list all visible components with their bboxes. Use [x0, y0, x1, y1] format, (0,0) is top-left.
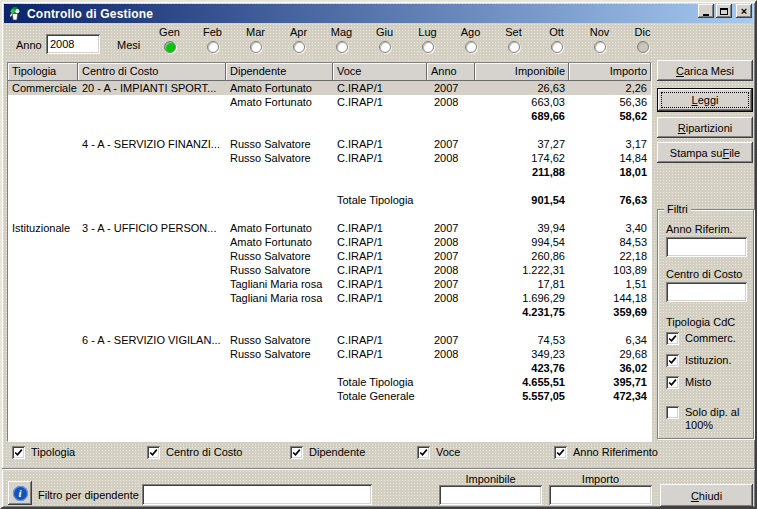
- cell-anno: 2008: [427, 263, 475, 277]
- cell-anno: 2008: [427, 235, 475, 249]
- checkbox-row-istituzion: Istituzion.: [666, 354, 749, 367]
- month-radio-nov[interactable]: [594, 41, 606, 53]
- cell-importo: 359,69: [569, 305, 651, 319]
- cell-voce: C.IRAP/1: [333, 249, 427, 263]
- table-row[interactable]: Russo SalvatoreC.IRAP/12007260,8622,18: [8, 249, 651, 263]
- centro-di-costo-filter-input[interactable]: [666, 282, 747, 302]
- cell-centro-di-costo: [78, 305, 226, 319]
- checkbox-voce[interactable]: [417, 446, 430, 459]
- table-row[interactable]: 4.231,75359,69: [8, 305, 651, 319]
- column-header-importo[interactable]: Importo: [569, 63, 651, 81]
- table-row[interactable]: Istituzionale3 - A - UFFICIO PERSON...Am…: [8, 221, 651, 235]
- checkbox-solo-dip-al-100[interactable]: [666, 406, 679, 419]
- cell-centro-di-costo: [78, 151, 226, 165]
- month-radio-ago[interactable]: [465, 41, 477, 53]
- month-radio-ott[interactable]: [551, 41, 563, 53]
- info-button[interactable]: i: [8, 481, 32, 505]
- table-row[interactable]: Russo SalvatoreC.IRAP/12008349,2329,68: [8, 347, 651, 361]
- app-icon: [7, 6, 23, 21]
- carica-mesi-button[interactable]: Carica Mesi: [657, 60, 753, 81]
- cell-anno: 2008: [427, 291, 475, 305]
- cell-dipendente: Russo Salvatore: [226, 333, 333, 347]
- table-row[interactable]: Totale Tipologia901,5476,63: [8, 193, 651, 207]
- cell-centro-di-costo: 20 - A - IMPIANTI SPORT...: [78, 81, 226, 95]
- table-row[interactable]: 4 - A - SERVIZIO FINANZI...Russo Salvato…: [8, 137, 651, 151]
- checkbox-misto[interactable]: [666, 376, 679, 389]
- cell-importo: 76,63: [569, 193, 651, 207]
- month-radio-mar[interactable]: [250, 41, 262, 53]
- checkbox-anno-riferimento[interactable]: [554, 446, 567, 459]
- column-header-dipendente[interactable]: Dipendente: [226, 63, 333, 81]
- month-radio-giu[interactable]: [379, 41, 391, 53]
- data-table: TipologiaCentro di CostoDipendenteVoceAn…: [7, 62, 652, 442]
- ripartizioni-button[interactable]: Ripartizioni: [657, 117, 753, 138]
- cell-dipendente: [226, 193, 333, 207]
- cell-importo: 56,36: [569, 95, 651, 109]
- cell-voce: C.IRAP/1: [333, 221, 427, 235]
- cell-importo: 2,26: [569, 81, 651, 95]
- table-row[interactable]: 6 - A - SERVIZIO VIGILAN...Russo Salvato…: [8, 333, 651, 347]
- cell-dipendente: Russo Salvatore: [226, 347, 333, 361]
- checkbox-label-solo-dip-al-100: Solo dip. al 100%: [685, 406, 748, 432]
- cell-tipologia: [8, 137, 78, 151]
- month-radio-dic[interactable]: [637, 41, 649, 53]
- chiudi-button[interactable]: Chiudi: [660, 484, 753, 507]
- checkbox-centro-di-costo[interactable]: [147, 446, 160, 459]
- anno-input[interactable]: [46, 34, 100, 54]
- table-row[interactable]: Amato FortunatoC.IRAP/12008994,5484,53: [8, 235, 651, 249]
- cell-importo: 3,17: [569, 137, 651, 151]
- table-row[interactable]: Tagliani Maria rosaC.IRAP/120081.696,291…: [8, 291, 651, 305]
- month-radio-feb[interactable]: [207, 41, 219, 53]
- title-bar[interactable]: Controllo di Gestione: [4, 4, 753, 23]
- table-row[interactable]: Tagliani Maria rosaC.IRAP/1200717,811,51: [8, 277, 651, 291]
- checkbox-tipologia[interactable]: [12, 446, 25, 459]
- cell-dipendente: [226, 361, 333, 375]
- cell-tipologia: [8, 305, 78, 319]
- month-radio-apr[interactable]: [293, 41, 305, 53]
- column-header-tipologia[interactable]: Tipologia: [8, 63, 78, 81]
- month-radio-lug[interactable]: [422, 41, 434, 53]
- table-row[interactable]: Totale Generale5.557,05472,34: [8, 389, 651, 403]
- minimize-button[interactable]: [698, 4, 714, 18]
- cell-voce: C.IRAP/1: [333, 151, 427, 165]
- cell-importo: 22,18: [569, 249, 651, 263]
- filtro-dipendente-input[interactable]: [142, 484, 372, 505]
- month-radio-set[interactable]: [508, 41, 520, 53]
- checkbox-commerc[interactable]: [666, 332, 679, 345]
- column-header-centro-di-costo[interactable]: Centro di Costo: [78, 63, 226, 81]
- maximize-button[interactable]: [716, 4, 732, 18]
- table-row[interactable]: Totale Tipologia4.655,51395,71: [8, 375, 651, 389]
- table-row[interactable]: Amato FortunatoC.IRAP/12008663,0356,36: [8, 95, 651, 109]
- close-button[interactable]: ×: [736, 4, 752, 18]
- checkbox-istituzion[interactable]: [666, 354, 679, 367]
- cell-importo: 144,18: [569, 291, 651, 305]
- table-row[interactable]: Commerciale20 - A - IMPIANTI SPORT...Ama…: [8, 81, 651, 95]
- cell-centro-di-costo: [78, 193, 226, 207]
- table-row[interactable]: Russo SalvatoreC.IRAP/12008174,6214,84: [8, 151, 651, 165]
- cell-dipendente: [226, 109, 333, 123]
- checkbox-row-tipologia: Tipologia: [12, 446, 75, 459]
- month-radio-mag[interactable]: [336, 41, 348, 53]
- cell-voce: [333, 109, 427, 123]
- cell-dipendente: [226, 389, 333, 403]
- month-radio-gen[interactable]: [164, 41, 176, 53]
- column-header-imponibile[interactable]: Imponibile: [475, 63, 569, 81]
- imponibile-input[interactable]: [439, 485, 542, 505]
- info-icon: i: [13, 486, 28, 501]
- importo-input[interactable]: [549, 485, 652, 505]
- anno-riferim-input[interactable]: [666, 237, 747, 257]
- table-row[interactable]: 211,8818,01: [8, 165, 651, 179]
- column-header-anno[interactable]: Anno: [427, 63, 475, 81]
- cell-imponibile: 1.696,29: [475, 291, 569, 305]
- checkbox-label-voce: Voce: [436, 446, 460, 459]
- app-window: Controllo di Gestione × Anno Mesi GenFeb…: [0, 0, 757, 509]
- table-row[interactable]: Russo SalvatoreC.IRAP/120081.222,31103,8…: [8, 263, 651, 277]
- table-row[interactable]: 423,7636,02: [8, 361, 651, 375]
- leggi-button[interactable]: Leggi: [657, 88, 753, 112]
- stampa-su-file-button[interactable]: Stampa su File: [657, 142, 753, 163]
- cell-voce: Totale Tipologia: [333, 375, 427, 389]
- table-row[interactable]: 689,6658,62: [8, 109, 651, 123]
- column-header-voce[interactable]: Voce: [333, 63, 427, 81]
- checkbox-dipendente[interactable]: [290, 446, 303, 459]
- cell-anno: [427, 375, 475, 389]
